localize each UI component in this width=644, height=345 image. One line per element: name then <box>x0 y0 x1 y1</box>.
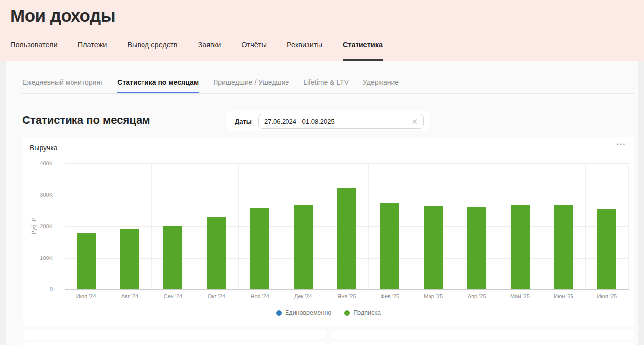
x-tick-label: Фев '25 <box>368 293 412 299</box>
gridline-v <box>499 163 499 289</box>
legend-dot-icon <box>276 310 282 316</box>
x-tick-label: Сен '24 <box>151 293 195 299</box>
bottom-card-header-right <box>331 330 634 339</box>
gridline-v <box>628 163 629 289</box>
page-header: Мои доходы ПользователиПлатежиВывод сред… <box>0 0 644 61</box>
bar-Подписка-Авг '24 <box>120 229 139 289</box>
legend-item-Единовременно[interactable]: Единовременно <box>276 309 331 316</box>
x-tick-label: Авг '24 <box>108 293 151 299</box>
bottom-card-header-left <box>23 330 326 339</box>
legend-label: Подписка <box>353 309 381 316</box>
main-tabs: ПользователиПлатежиВывод средствЗаявкиОт… <box>10 40 383 61</box>
gridline-h-400K <box>65 163 629 164</box>
y-tick-label: 200K <box>24 223 53 229</box>
bar-Подписка-Сен '24 <box>163 226 182 289</box>
ellipsis-menu-icon[interactable]: ••• <box>617 142 626 147</box>
page-title: Мои доходы <box>10 6 115 26</box>
main-tab-5[interactable]: Реквизиты <box>287 40 322 61</box>
legend-label: Единовременно <box>285 309 331 316</box>
bar-Подписка-Дек '24 <box>294 205 313 289</box>
gridline-v <box>151 163 152 289</box>
date-filter: Даты 27.06.2024 - 01.08.2025 ✕ <box>227 111 429 131</box>
bottom-card-right <box>331 342 634 345</box>
main-tab-4[interactable]: Отчёты <box>241 40 267 61</box>
subtab-4[interactable]: Удержание <box>363 76 399 93</box>
bar-Подписка-Апр '25 <box>467 207 486 289</box>
bar-Подписка-Окт '24 <box>207 217 226 289</box>
gridline-v <box>65 163 65 289</box>
legend-item-Подписка[interactable]: Подписка <box>344 309 381 316</box>
chart-title: Выручка <box>30 144 58 152</box>
bar-Подписка-Янв '25 <box>337 188 356 289</box>
gridline-v <box>368 163 369 289</box>
gridline-v <box>238 163 239 289</box>
x-tick-label: Апр '25 <box>455 293 498 299</box>
gridline-v <box>108 163 108 289</box>
date-range-value: 27.06.2024 - 01.08.2025 <box>264 118 335 125</box>
subtab-0[interactable]: Ежедневный мониторинг <box>22 76 103 93</box>
gridline-v <box>585 163 586 289</box>
legend-dot-icon <box>344 310 350 316</box>
bar-Подписка-Ноя '24 <box>250 208 269 289</box>
x-tick-label: Июл '25 <box>585 293 629 299</box>
sub-tabs: Ежедневный мониторингСтатистика по месяц… <box>22 76 634 94</box>
bar-Подписка-Июн '25 <box>554 205 573 289</box>
subtab-1[interactable]: Статистика по месяцам <box>117 76 199 93</box>
gridline-h-0 <box>65 289 629 290</box>
x-tick-label: Дек '24 <box>282 293 325 299</box>
gridline-v <box>412 163 412 289</box>
gridline-v <box>542 163 542 289</box>
main-tab-1[interactable]: Платежи <box>78 40 107 61</box>
y-tick-label: 400K <box>24 160 53 166</box>
subtab-2[interactable]: Пришедшие / Ушедшие <box>213 76 289 93</box>
y-tick-label: 300K <box>24 192 53 198</box>
subtab-3[interactable]: Lifetime & LTV <box>303 76 349 93</box>
main-tab-2[interactable]: Вывод средств <box>127 40 177 61</box>
gridline-v <box>195 163 195 289</box>
x-tick-label: Мар '25 <box>412 293 455 299</box>
section-heading: Статистика по месяцам <box>22 114 150 127</box>
x-tick-label: Ноя '24 <box>238 293 282 299</box>
x-tick-label: Май '25 <box>499 293 542 299</box>
gridline-v <box>325 163 325 289</box>
bottom-card-left <box>23 342 326 345</box>
content-panel: Ежедневный мониторингСтатистика по месяц… <box>6 61 638 345</box>
revenue-chart-card: Выручка ••• Руб, ₽ ЕдиновременноПодписка… <box>23 137 634 326</box>
x-tick-label: Окт '24 <box>195 293 238 299</box>
date-filter-label: Даты <box>235 118 252 125</box>
x-tick-label: Янв '25 <box>325 293 368 299</box>
clear-date-icon[interactable]: ✕ <box>411 118 418 125</box>
gridline-v <box>282 163 282 289</box>
date-range-input[interactable]: 27.06.2024 - 01.08.2025 ✕ <box>258 114 424 129</box>
main-tab-0[interactable]: Пользователи <box>10 40 58 61</box>
bar-Подписка-Мар '25 <box>424 206 443 289</box>
chart-legend: ЕдиновременноПодписка <box>23 309 634 316</box>
main-tab-6[interactable]: Статистика <box>343 40 383 61</box>
bar-Подписка-Май '25 <box>511 205 530 289</box>
x-tick-label: Июл '24 <box>65 293 108 299</box>
x-tick-label: Июн '25 <box>542 293 585 299</box>
main-tab-3[interactable]: Заявки <box>198 40 221 61</box>
gridline-v <box>455 163 455 289</box>
y-tick-label: 100K <box>24 255 53 261</box>
y-tick-label: 0 <box>24 286 53 292</box>
bar-Подписка-Фев '25 <box>380 203 399 289</box>
bar-Подписка-Июл '24 <box>77 233 96 289</box>
plot-area <box>65 163 629 289</box>
bar-Подписка-Июл '25 <box>597 209 616 289</box>
